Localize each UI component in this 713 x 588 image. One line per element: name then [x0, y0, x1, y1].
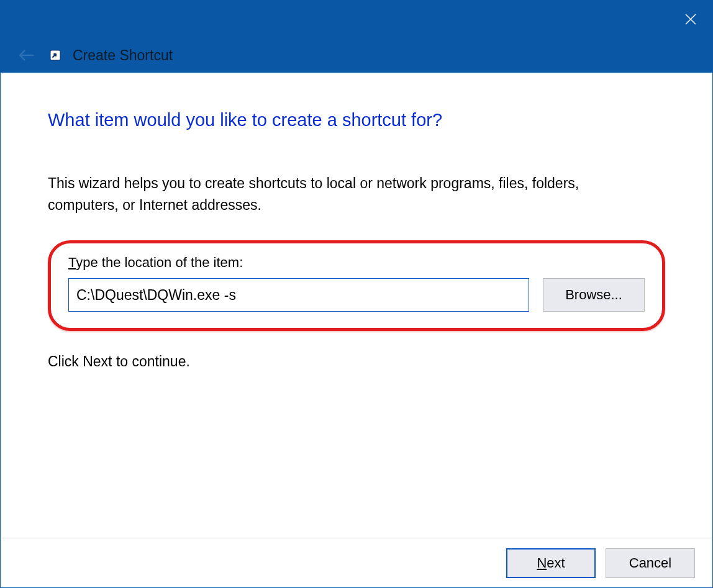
page-description: This wizard helps you to create shortcut… — [48, 173, 644, 215]
location-input[interactable] — [68, 278, 529, 312]
titlebar — [1, 1, 712, 38]
location-label-accel: T — [68, 255, 76, 270]
next-button[interactable]: Next — [506, 548, 596, 578]
browse-button[interactable]: Browse... — [543, 278, 645, 312]
location-label-rest: ype the location of the item: — [76, 255, 243, 270]
footer-buttons: Next Cancel — [1, 538, 712, 587]
shortcut-icon — [49, 49, 61, 61]
nav-row: Create Shortcut — [1, 38, 712, 73]
wizard-title: Create Shortcut — [73, 47, 173, 64]
continue-text: Click Next to continue. — [48, 353, 665, 370]
page-heading: What item would you like to create a sho… — [48, 110, 665, 130]
location-highlight-box: Type the location of the item: Browse... — [48, 240, 665, 331]
close-button[interactable] — [675, 7, 706, 32]
location-input-row: Browse... — [68, 278, 645, 312]
back-arrow-icon — [17, 48, 36, 63]
close-icon — [684, 13, 697, 25]
back-button[interactable] — [16, 44, 38, 66]
location-label: Type the location of the item: — [68, 255, 645, 271]
cancel-button[interactable]: Cancel — [606, 548, 695, 578]
next-accel: N — [537, 555, 547, 571]
create-shortcut-window: Create Shortcut What item would you like… — [0, 0, 713, 588]
next-rest: ext — [547, 555, 565, 571]
content-area: What item would you like to create a sho… — [1, 73, 712, 538]
